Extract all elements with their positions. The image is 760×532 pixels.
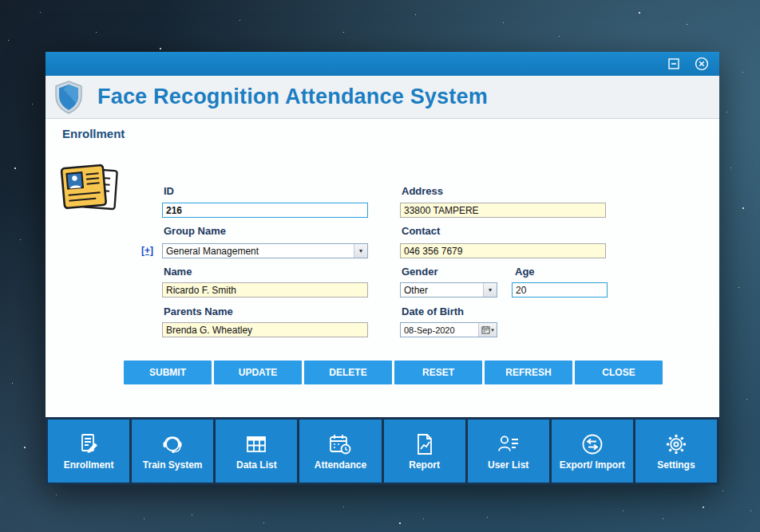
dob-picker[interactable]: 08-Sep-2020 ▾	[400, 322, 497, 337]
app-title: Face Recognition Attendance System	[97, 85, 488, 109]
contact-input[interactable]	[400, 243, 606, 258]
gender-select[interactable]: Other ▾	[400, 282, 497, 298]
report-icon	[412, 432, 437, 457]
dob-label: Date of Birth	[402, 305, 464, 317]
user-list-icon	[496, 432, 521, 457]
update-button[interactable]: UPDATE	[214, 361, 302, 384]
refresh-button[interactable]: REFRESH	[485, 361, 572, 384]
close-icon	[695, 57, 709, 71]
section-title: Enrollment	[62, 127, 125, 140]
id-label: ID	[164, 185, 174, 197]
id-input[interactable]	[162, 203, 368, 218]
nav-label: Data List	[236, 459, 277, 471]
add-group-link[interactable]: [+]	[141, 245, 153, 256]
nav-item-export-import[interactable]: Export/ Import	[552, 420, 633, 483]
close-button[interactable]	[695, 57, 709, 71]
parents-name-label: Parents Name	[164, 305, 233, 317]
chevron-down-icon: ▾	[483, 283, 497, 297]
minimize-button[interactable]	[667, 57, 681, 71]
nav-item-report[interactable]: Report	[384, 420, 465, 483]
desktop-background: Face Recognition Attendance System Enrol…	[0, 0, 760, 532]
nav-item-data-list[interactable]: Data List	[216, 420, 297, 483]
data-list-icon	[243, 432, 269, 457]
nav-item-train-system[interactable]: Train System	[132, 420, 213, 483]
age-label: Age	[515, 266, 535, 278]
enrollment-card-icon	[57, 156, 122, 218]
settings-icon	[663, 432, 689, 457]
titlebar	[46, 52, 719, 76]
attendance-icon	[327, 432, 353, 457]
address-label: Address	[402, 185, 443, 197]
nav-label: User List	[488, 459, 528, 471]
enrollment-icon	[76, 432, 101, 457]
nav-item-user-list[interactable]: User List	[468, 420, 549, 483]
chevron-down-icon: ▾	[354, 244, 367, 258]
nav-label: Export/ Import	[560, 459, 625, 471]
address-input[interactable]	[400, 203, 606, 218]
shield-logo-icon	[53, 80, 85, 115]
app-window: Face Recognition Attendance System Enrol…	[46, 52, 719, 485]
titlebar-buttons	[667, 52, 709, 76]
bottom-navigation: Enrollment Train System	[46, 417, 719, 485]
nav-label: Settings	[657, 459, 695, 471]
stars-decoration-large	[0, 0, 2, 2]
reset-button[interactable]: RESET	[394, 361, 482, 384]
enrollment-panel: Enrollment ID Address	[46, 119, 719, 417]
app-header: Face Recognition Attendance System	[46, 76, 719, 119]
export-import-icon	[580, 432, 605, 457]
delete-button[interactable]: DELETE	[304, 361, 392, 384]
nav-item-settings[interactable]: Settings	[635, 420, 717, 483]
nav-label: Report	[409, 459, 440, 471]
group-name-label: Group Name	[164, 225, 226, 237]
name-input[interactable]	[162, 282, 368, 298]
nav-item-attendance[interactable]: Attendance	[299, 420, 381, 483]
submit-button[interactable]: SUBMIT	[124, 361, 212, 384]
nav-label: Attendance	[315, 459, 366, 471]
calendar-icon: ▾	[478, 323, 497, 337]
close-form-button[interactable]: CLOSE	[575, 361, 663, 384]
nav-item-enrollment[interactable]: Enrollment	[48, 420, 129, 483]
gender-value: Other	[401, 285, 483, 296]
gender-label: Gender	[402, 266, 438, 278]
nav-label: Train System	[143, 459, 203, 471]
parents-name-input[interactable]	[162, 322, 368, 337]
train-system-icon	[160, 432, 185, 457]
age-input[interactable]	[512, 282, 608, 298]
name-label: Name	[164, 266, 192, 278]
nav-label: Enrollment	[64, 459, 114, 471]
dob-value: 08-Sep-2020	[401, 325, 478, 335]
group-name-select[interactable]: General Management ▾	[162, 243, 368, 258]
contact-label: Contact	[402, 225, 440, 237]
minimize-icon	[667, 57, 680, 70]
group-name-value: General Management	[163, 246, 354, 257]
